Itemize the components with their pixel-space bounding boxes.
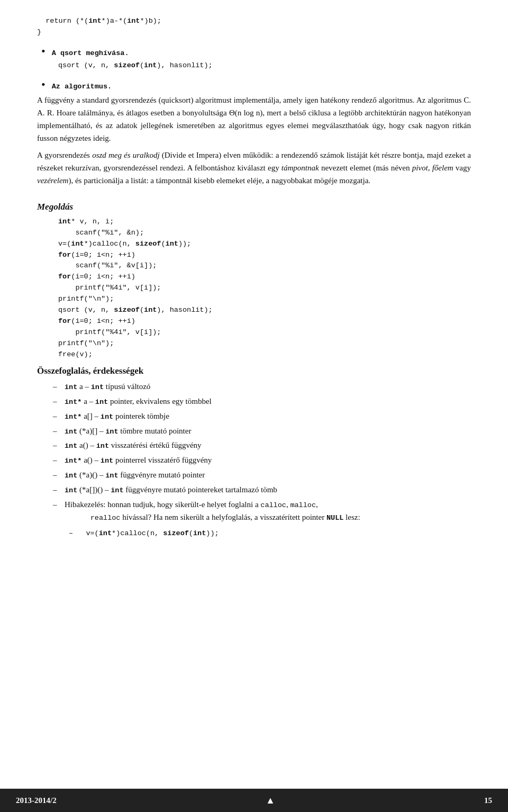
summary-title: Összefoglalás, érdekességek: [37, 366, 471, 376]
summary-section: Összefoglalás, érdekességek – int a – in…: [37, 366, 471, 539]
qsort-call-label: A qsort meghívása.: [52, 49, 129, 57]
summary-item-1: – int a – int típusú változó: [53, 381, 471, 393]
summary-item-8: – int (*a[])() – int függvényre mutató p…: [53, 484, 471, 497]
bullet-qsort-label: A qsort meghívása.: [52, 48, 129, 57]
summary-list: – int a – int típusú változó – int* a – …: [53, 381, 471, 524]
megoldas-title: Megoldás: [37, 202, 471, 212]
bullet-qsort-call: • A qsort meghívása.: [37, 44, 471, 58]
page: return (*(int*)a-*(int*)b); } • A qsort …: [0, 0, 508, 812]
az-algoritmus-label: Az algoritmus.: [52, 83, 112, 91]
summary-item-2: – int* a – int pointer, ekvivalens egy t…: [53, 395, 471, 408]
footer-year: 2013-2014/2: [16, 796, 57, 805]
footer-page-number: 15: [484, 796, 492, 805]
summary-item-3: – int* a[] – int pointerek tömbje: [53, 410, 471, 423]
summary-item-4: – int (*a)[] – int tömbre mutató pointer: [53, 425, 471, 438]
code-line-brace: }: [37, 27, 471, 38]
paragraph-1: A függvény a standard gyorsrendezés (qui…: [37, 94, 471, 145]
footer: 2013-2014/2 ▲ 15: [0, 789, 508, 812]
paragraph-2: A gyorsrendezés oszd meg és uralkodj (Di…: [37, 149, 471, 187]
summary-item-9: – Hibakezelés: honnan tudjuk, hogy siker…: [53, 499, 471, 524]
summary-item-6: – int* a() – int pointerrel visszatérő f…: [53, 454, 471, 467]
bullet-algorithm: • Az algoritmus.: [37, 78, 471, 92]
bullet-dot: •: [41, 44, 46, 58]
summary-item-7: – int (*a)() – int függvényre mutató poi…: [53, 469, 471, 482]
qsort-invocation: qsort (v, n, sizeof(int), hasonlit);: [58, 60, 471, 71]
bullet-dot-2: •: [41, 78, 46, 92]
megoldas-code: int* v, n, i; scanf("%i", &n); v=(int*)c…: [58, 216, 471, 360]
top-code-block: return (*(int*)a-*(int*)b); }: [37, 16, 471, 38]
code-line-return: return (*(int*)a-*(int*)b);: [37, 16, 471, 27]
last-code-line: – v=(int*)calloc(n, sizeof(int));: [69, 528, 471, 539]
footer-triangle: ▲: [266, 795, 275, 806]
summary-item-5: – int a() – int visszatérési értékű függ…: [53, 439, 471, 452]
